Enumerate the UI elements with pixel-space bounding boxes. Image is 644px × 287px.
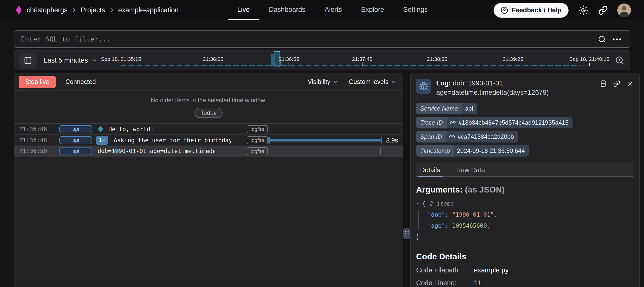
- connection-status: Connected: [65, 78, 96, 85]
- breadcrumb-org[interactable]: christophergs: [27, 6, 67, 14]
- split-panel-icon[interactable]: [600, 80, 607, 87]
- tab-alerts[interactable]: Alerts: [315, 0, 351, 20]
- service-badge[interactable]: api: [59, 125, 92, 133]
- user-avatar[interactable]: [617, 4, 631, 17]
- empty-window-block: No older items in the selected time wind…: [14, 91, 403, 123]
- live-log-panel: Stop live Connected Visibility Custom le…: [14, 73, 403, 287]
- axis-tick: Sep 18, 21:40:15: [569, 56, 610, 66]
- breadcrumb: christophergs Projects example-applicati…: [0, 5, 179, 15]
- logfire-tag[interactable]: logfire: [247, 136, 268, 144]
- tab-settings[interactable]: Settings: [394, 0, 437, 20]
- json-viewer: { 2 items "dob": "1990-01-01", "age": 10…: [416, 198, 633, 242]
- chevron-right-icon: [110, 7, 114, 13]
- link-icon: [450, 120, 456, 126]
- json-entry: "age": 1095465600,: [416, 220, 633, 231]
- details-tabs: Details Raw Data: [416, 163, 633, 177]
- theme-toggle-button[interactable]: [578, 5, 589, 16]
- trace-id-pill[interactable]: Trace ID #18b84cb4847b5d574c4ad9121935a4…: [416, 117, 573, 128]
- timeline-bar: Last 5 minutes Sep 18, 21:35:15 21:36:05…: [14, 50, 630, 70]
- span-duration-label: 3.9s: [386, 137, 398, 144]
- details-title: Log: dob=1990-01-01 age=datetime.timedel…: [436, 79, 600, 97]
- feedback-help-label: Feedback / Help: [512, 6, 561, 14]
- service-badge[interactable]: api: [59, 147, 92, 155]
- log-message: Asking the user for their birthday: [114, 137, 231, 144]
- empty-window-message: No older items in the selected time wind…: [14, 97, 403, 104]
- span-id-pill[interactable]: Span ID #ca741384ca2a20bb: [416, 131, 518, 142]
- sun-moon-icon: [578, 5, 589, 16]
- sql-filter-bar: •••: [14, 30, 630, 48]
- axis-tick: 21:38:35: [427, 56, 448, 66]
- sidebar-toggle-button[interactable]: [19, 53, 37, 68]
- collapse-children-chip[interactable]: 1−: [96, 136, 108, 145]
- top-nav: christophergs Projects example-applicati…: [0, 0, 644, 20]
- panel-left-icon: [24, 56, 32, 64]
- bug-icon: [419, 81, 428, 91]
- axis-tick: Sep 18, 21:35:15: [101, 56, 141, 66]
- chevron-down-icon[interactable]: [416, 201, 421, 206]
- today-button[interactable]: Today: [194, 108, 223, 118]
- link-icon[interactable]: [613, 80, 620, 87]
- tab-dashboards[interactable]: Dashboards: [259, 0, 315, 20]
- link-icon: [449, 134, 455, 140]
- log-row[interactable]: 21:36:46 api 1− Asking the user for thei…: [14, 134, 403, 146]
- stop-live-button[interactable]: Stop live: [19, 76, 56, 88]
- grip-dots-icon: [405, 231, 409, 236]
- metadata-pills: Service Name api Trace ID #18b84cb4847b5…: [416, 103, 633, 157]
- service-badge[interactable]: api: [59, 136, 92, 144]
- timestamp-pill: Timestamp 2024-09-18 21:36:50.644: [416, 145, 529, 157]
- details-panel: Log: dob=1990-01-01 age=datetime.timedel…: [410, 73, 640, 287]
- span-duration-bar[interactable]: [268, 139, 382, 141]
- arguments-heading: Arguments: (as JSON): [416, 185, 633, 195]
- axis-tick: 21:36:55: [278, 56, 299, 66]
- panel-resize-handle[interactable]: [403, 228, 410, 239]
- details-header-actions: [600, 79, 633, 87]
- tree-connector-line: [102, 145, 112, 152]
- timeline-axis[interactable]: Sep 18, 21:35:15 21:36:05 21:36:55 21:37…: [106, 51, 612, 70]
- close-icon[interactable]: [627, 80, 633, 87]
- share-link-button[interactable]: [598, 6, 608, 15]
- help-circle-icon: [501, 7, 508, 14]
- nav-tabs: Live Dashboards Alerts Explore Settings: [228, 0, 437, 20]
- log-point-marker: [380, 148, 381, 155]
- tab-live[interactable]: Live: [228, 0, 259, 20]
- log-row-selected[interactable]: 21:36:50 api dob=1990-01-01 age=datetime…: [14, 146, 403, 157]
- feedback-help-button[interactable]: Feedback / Help: [494, 3, 569, 18]
- code-filepath-row: Code Filepath: example.py: [416, 266, 633, 274]
- chevron-right-icon: [72, 7, 76, 13]
- logfire-tag[interactable]: logfire: [247, 147, 268, 155]
- breadcrumb-projects[interactable]: Projects: [80, 6, 105, 14]
- log-time: 21:36:50: [19, 148, 52, 154]
- axis-tick: 21:39:25: [503, 56, 523, 66]
- tab-raw-data[interactable]: Raw Data: [454, 163, 487, 177]
- log-rows: 21:36:46 api Hello, world! logfire 21:36…: [14, 123, 403, 157]
- json-close-brace: }: [416, 231, 633, 242]
- chevron-down-icon: [333, 79, 338, 85]
- service-name-pill: Service Name api: [416, 103, 477, 114]
- nav-actions: Feedback / Help: [494, 0, 644, 20]
- json-entry: "dob": "1990-01-01",: [416, 209, 633, 220]
- breadcrumb-project[interactable]: example-application: [118, 6, 179, 14]
- live-panel-header: Stop live Connected Visibility Custom le…: [14, 73, 403, 91]
- sql-filter-actions: •••: [598, 35, 630, 43]
- more-options-icon[interactable]: •••: [613, 36, 622, 42]
- custom-levels-dropdown[interactable]: Custom levels: [349, 78, 396, 85]
- zoom-in-button[interactable]: [615, 56, 624, 65]
- visibility-dropdown[interactable]: Visibility: [308, 78, 338, 85]
- axis-tick: 21:36:05: [203, 56, 223, 66]
- logfire-logo-icon[interactable]: [16, 5, 22, 15]
- logfire-tag[interactable]: logfire: [247, 125, 268, 133]
- tab-explore[interactable]: Explore: [351, 0, 394, 20]
- log-row[interactable]: 21:36:46 api Hello, world! logfire: [14, 123, 403, 134]
- chevron-down-icon: [391, 79, 396, 85]
- log-time: 21:36:46: [19, 137, 52, 144]
- log-time: 21:36:46: [19, 126, 52, 132]
- main-content: Stop live Connected Visibility Custom le…: [14, 73, 640, 287]
- logo-accent-line: [19, 0, 19, 8]
- tab-details[interactable]: Details: [418, 163, 442, 177]
- json-indent-guide: [418, 210, 419, 230]
- sql-filter-input[interactable]: [14, 35, 598, 43]
- json-items-count: 2 items: [430, 198, 454, 209]
- search-icon[interactable]: [598, 35, 606, 43]
- chevron-down-icon: [92, 57, 98, 63]
- time-range-select[interactable]: Last 5 minutes: [44, 57, 98, 64]
